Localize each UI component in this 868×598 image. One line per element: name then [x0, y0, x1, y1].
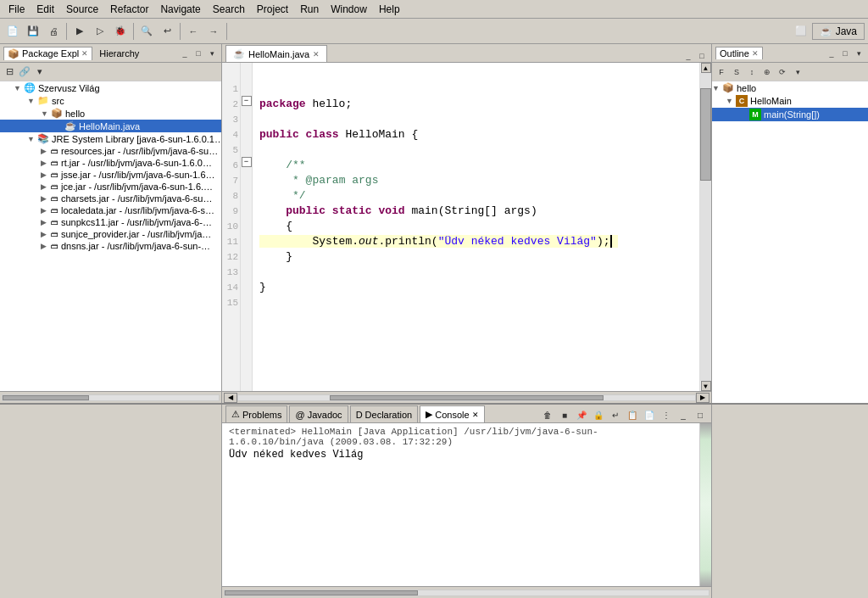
menu-window[interactable]: Window	[326, 2, 372, 17]
outline-hellomain-class[interactable]: ▼ C HelloMain	[712, 94, 868, 108]
console-scroll-thumb[interactable]	[225, 590, 418, 595]
console-scroll-track[interactable]	[224, 590, 709, 596]
vert-scrollbar[interactable]: ▲ ▼	[699, 63, 711, 391]
problems-tab[interactable]: ⚠ Problems	[225, 405, 287, 422]
tree-item-sunpkcs[interactable]: ▶ 🗃 sunpkcs11.jar - /usr/lib/jvm/java-6-…	[0, 216, 221, 228]
console-horiz-scroll[interactable]	[222, 586, 711, 598]
next-edit[interactable]: →	[204, 22, 223, 41]
run-last-button[interactable]: ▷	[91, 22, 109, 41]
minimize-console[interactable]: _	[676, 407, 691, 422]
console-more[interactable]: ⋮	[659, 407, 674, 422]
editor-tab-close[interactable]: ✕	[313, 50, 320, 59]
left-scroll-thumb[interactable]	[3, 395, 89, 400]
fold-btn-2[interactable]: −	[242, 157, 252, 167]
tree-item-src[interactable]: ▼ 📁 src	[0, 94, 221, 107]
scroll-down[interactable]: ▼	[701, 381, 711, 391]
link-editor[interactable]: 🔗	[17, 64, 32, 80]
console-tab[interactable]: ▶ Console ✕	[420, 405, 484, 422]
menu-navigate[interactable]: Navigate	[155, 2, 205, 17]
arrow[interactable]: ▼	[27, 135, 37, 143]
editor-horiz-scroll[interactable]: ◀ ▶	[222, 391, 711, 403]
left-scroll-track[interactable]	[2, 394, 220, 401]
console-paste[interactable]: 📄	[642, 407, 657, 422]
scroll-left[interactable]: ◀	[224, 393, 237, 403]
minimize-outline[interactable]: _	[826, 48, 837, 59]
scroll-up[interactable]: ▲	[701, 63, 711, 73]
outline-menu[interactable]: ▾	[853, 48, 865, 59]
arrow[interactable]: ▶	[41, 147, 51, 155]
menu-search[interactable]: Search	[208, 2, 250, 17]
outline-main-method[interactable]: ▶ M main(String[])	[712, 108, 868, 121]
code-editor[interactable]: 123 4567 891011 12131415 − − package hel…	[222, 63, 711, 391]
editor-scroll-thumb[interactable]	[330, 395, 604, 400]
minimize-left[interactable]: _	[179, 48, 191, 59]
sort-alpha[interactable]: ↕	[744, 64, 760, 80]
navigate-btn[interactable]: ↩	[158, 22, 176, 41]
menu-edit[interactable]: Edit	[31, 2, 59, 17]
expand-all[interactable]: ⊕	[760, 64, 775, 80]
tree-item-jre[interactable]: ▼ 📚 JRE System Library [java-6-sun-1.6.0…	[0, 132, 221, 145]
arrow[interactable]: ▶	[41, 242, 51, 250]
console-tab-close[interactable]: ✕	[472, 411, 479, 419]
run-button[interactable]: ▶	[70, 22, 89, 41]
console-text-area[interactable]: <terminated> HelloMain [Java Application…	[222, 423, 699, 586]
tree-item-sunjce[interactable]: ▶ 🗃 sunjce_provider.jar - /usr/lib/jvm/j…	[0, 228, 221, 240]
hierarchy-tab[interactable]: Hierarchy	[96, 48, 142, 59]
menu-refactor[interactable]: Refactor	[105, 2, 153, 17]
arrow[interactable]: ▶	[41, 218, 51, 226]
console-scrolllock[interactable]: 🔒	[591, 407, 606, 422]
arrow[interactable]: ▶	[41, 170, 51, 179]
search-button[interactable]: 🔍	[137, 22, 156, 41]
outline-hello-pkg[interactable]: ▼ 📦 hello	[712, 81, 868, 94]
new-button[interactable]: 📄	[3, 22, 22, 41]
outline-tab[interactable]: Outline ✕	[715, 47, 763, 59]
code-content[interactable]: package hello; public class HelloMain { …	[253, 63, 699, 391]
hellomain-editor-tab[interactable]: ☕ HelloMain.java ✕	[225, 45, 327, 62]
maximize-left[interactable]: □	[192, 48, 204, 59]
print-button[interactable]: 🖨	[44, 22, 63, 41]
tree-item-dnsns[interactable]: ▶ 🗃 dnsns.jar - /usr/lib/jvm/java-6-sun-…	[0, 240, 221, 252]
arrow[interactable]: ▶	[41, 230, 51, 238]
tree-item-localedata[interactable]: ▶ 🗃 localedata.jar - /usr/lib/jvm/java-6…	[0, 204, 221, 216]
minimize-editor[interactable]: _	[682, 50, 694, 62]
console-scrollbar[interactable]	[699, 423, 711, 586]
declaration-tab[interactable]: D Declaration	[350, 405, 419, 422]
close-left[interactable]: ▾	[206, 48, 218, 59]
arrow[interactable]: ▼	[41, 109, 51, 118]
tree-item-charsets[interactable]: ▶ 🗃 charsets.jar - /usr/lib/jvm/java-6-s…	[0, 193, 221, 204]
console-clear[interactable]: 🗑	[540, 407, 555, 422]
hide-static[interactable]: S	[729, 64, 744, 80]
arrow[interactable]: ▼	[726, 97, 736, 105]
package-explorer-close[interactable]: ✕	[81, 49, 88, 58]
arrow[interactable]: ▶	[41, 182, 51, 191]
console-wordwrap[interactable]: ↵	[608, 407, 623, 422]
maximize-outline[interactable]: □	[839, 48, 851, 59]
console-stop[interactable]: ■	[557, 407, 572, 422]
outline-close[interactable]: ✕	[752, 49, 759, 58]
javadoc-tab[interactable]: @ Javadoc	[289, 405, 348, 422]
java-perspective[interactable]: ☕ Java	[812, 23, 865, 40]
tree-item-rt[interactable]: ▶ 🗃 rt.jar - /usr/lib/jvm/java-6-sun-1.6…	[0, 157, 221, 169]
tree-menu[interactable]: ▾	[32, 64, 47, 80]
tree-item-hello-pkg[interactable]: ▼ 📦 hello	[0, 107, 221, 120]
editor-scroll-track[interactable]	[237, 394, 696, 401]
arrow[interactable]: ▶	[41, 194, 51, 203]
arrow[interactable]: ▼	[27, 97, 37, 105]
tree-item-resources[interactable]: ▶ 🗃 resources.jar - /usr/lib/jvm/java-6-…	[0, 145, 221, 157]
fold-btn-1[interactable]: −	[242, 96, 252, 106]
left-horiz-scroll[interactable]	[0, 391, 221, 403]
tree-item-jsse[interactable]: ▶ 🗃 jsse.jar - /usr/lib/jvm/java-6-sun-1…	[0, 169, 221, 181]
outline-sync[interactable]: ⟳	[775, 64, 790, 80]
scroll-right[interactable]: ▶	[696, 393, 709, 403]
menu-project[interactable]: Project	[252, 2, 293, 17]
console-pin[interactable]: 📌	[574, 407, 589, 422]
menu-file[interactable]: File	[3, 2, 30, 17]
menu-help[interactable]: Help	[374, 2, 405, 17]
outline-more[interactable]: ▾	[790, 64, 805, 80]
arrow[interactable]: ▼	[14, 84, 24, 92]
maximize-editor[interactable]: □	[696, 50, 708, 62]
collapse-all[interactable]: ⊟	[2, 64, 17, 80]
tree-item-hellomain[interactable]: ▶ ☕ HelloMain.java	[0, 120, 221, 132]
prev-edit[interactable]: ←	[184, 22, 203, 41]
arrow[interactable]: ▶	[41, 206, 51, 215]
